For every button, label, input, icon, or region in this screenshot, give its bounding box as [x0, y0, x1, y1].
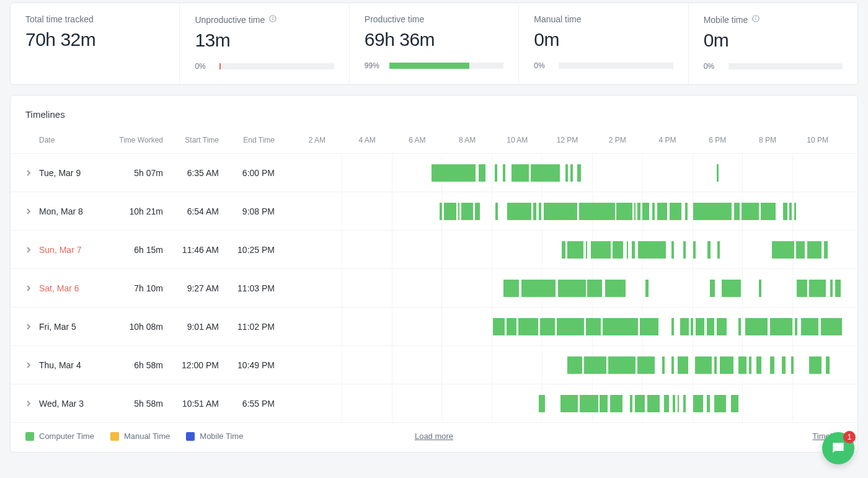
- chevron-right-icon[interactable]: [25, 168, 32, 178]
- chevron-right-icon[interactable]: [25, 322, 32, 332]
- load-more-link[interactable]: Load more: [415, 432, 453, 441]
- time-segment: [824, 241, 828, 259]
- svg-point-5: [756, 17, 756, 17]
- col-header-end: End Time: [219, 136, 275, 144]
- timelines-title: Timelines: [11, 95, 857, 128]
- time-segment: [770, 356, 774, 374]
- time-segment: [632, 241, 635, 259]
- time-segment: [710, 280, 715, 297]
- gantt-hours-header: 2 AM4 AM6 AM8 AM10 AM12 PM2 PM4 PM6 PM8 …: [292, 136, 843, 144]
- row-worked: 5h 07m: [107, 168, 163, 178]
- stat-label: Unproductive time: [195, 14, 334, 25]
- timelines-footer: Computer Time Manual Time Mobile Time Lo…: [11, 422, 857, 445]
- stat-value: 69h 36m: [365, 29, 503, 50]
- row-gantt: [292, 308, 843, 345]
- row-end: 11:02 PM: [219, 322, 275, 332]
- row-worked: 6h 15m: [107, 245, 163, 255]
- row-start: 9:01 AM: [163, 322, 219, 332]
- time-segment: [772, 241, 794, 259]
- chevron-right-icon[interactable]: [25, 360, 32, 370]
- time-segment: [717, 164, 719, 182]
- info-icon: [751, 14, 760, 25]
- timeline-row[interactable]: Fri, Mar 510h 08m9:01 AM11:02 PM: [11, 307, 857, 345]
- swatch-blue-icon: [186, 432, 195, 441]
- time-segment: [533, 203, 536, 220]
- time-segment: [503, 164, 505, 182]
- stat-cell-3: Manual time0m 0%: [519, 3, 688, 84]
- time-segment: [714, 395, 726, 412]
- timeline-row[interactable]: Sat, Mar 67h 10m9:27 AM11:03 PM: [11, 268, 857, 307]
- stat-cell-0: Total time tracked70h 32m: [11, 3, 180, 84]
- hour-label: 4 AM: [342, 136, 392, 144]
- time-segment: [591, 241, 611, 259]
- time-segment: [531, 164, 560, 182]
- time-segment: [821, 318, 842, 335]
- time-segment: [637, 203, 640, 220]
- time-segment: [707, 241, 711, 259]
- chevron-right-icon[interactable]: [25, 206, 32, 216]
- chevron-right-icon[interactable]: [25, 283, 32, 293]
- hour-label: 10 AM: [492, 136, 542, 144]
- chevron-right-icon[interactable]: [25, 399, 32, 409]
- time-segment: [835, 280, 841, 297]
- time-segment: [432, 164, 476, 182]
- time-segment: [475, 203, 480, 220]
- time-segment: [807, 241, 822, 259]
- timeline-row[interactable]: Tue, Mar 95h 07m6:35 AM6:00 PM: [11, 153, 857, 192]
- time-segment: [507, 203, 531, 220]
- time-segment: [683, 241, 686, 259]
- time-segment: [627, 241, 629, 259]
- time-segment: [586, 241, 588, 259]
- time-segment: [749, 356, 751, 374]
- row-gantt: [292, 154, 843, 192]
- time-segment: [645, 280, 648, 297]
- timeline-row[interactable]: Mon, Mar 810h 21m6:54 AM9:08 PM: [11, 192, 857, 230]
- stat-value: 70h 32m: [25, 29, 164, 50]
- time-segment: [783, 203, 787, 220]
- col-header-start: Start Time: [163, 136, 219, 144]
- stat-progress: 99%: [365, 61, 503, 70]
- chat-badge: 1: [843, 431, 856, 443]
- stat-value: 13m: [195, 30, 334, 51]
- legend-mobile: Mobile Time: [186, 432, 243, 441]
- time-segment: [630, 395, 632, 412]
- row-start: 10:51 AM: [163, 399, 219, 409]
- chat-button[interactable]: 1: [822, 432, 854, 463]
- time-segment: [584, 356, 606, 374]
- row-date: Thu, Mar 4: [39, 360, 107, 370]
- time-segment: [742, 203, 759, 220]
- time-segment: [580, 395, 598, 412]
- time-segment: [608, 356, 636, 374]
- hour-label: 8 AM: [442, 136, 492, 144]
- timeline-row[interactable]: Wed, Mar 35h 58m10:51 AM6:55 PM: [11, 384, 857, 422]
- timeline-row[interactable]: Thu, Mar 46h 58m12:00 PM10:49 PM: [11, 345, 857, 384]
- time-segment: [507, 318, 516, 335]
- time-segment: [731, 395, 738, 412]
- row-gantt: [292, 384, 843, 422]
- hour-label: 4 PM: [642, 136, 693, 144]
- time-segment: [707, 395, 710, 412]
- time-segment: [717, 241, 720, 259]
- time-segment: [770, 318, 792, 335]
- row-date: Tue, Mar 9: [39, 168, 107, 178]
- time-segment: [691, 318, 693, 335]
- row-worked: 5h 58m: [107, 399, 163, 409]
- time-segment: [695, 356, 712, 374]
- stat-bar-track: [559, 63, 673, 69]
- time-segment: [613, 241, 623, 259]
- time-segment: [734, 203, 740, 220]
- chevron-right-icon[interactable]: [25, 245, 32, 255]
- time-segment: [714, 356, 717, 374]
- stat-progress: 0%: [534, 61, 673, 70]
- stat-pct: 99%: [365, 61, 382, 70]
- row-start: 6:35 AM: [163, 168, 219, 178]
- timeline-row[interactable]: Sun, Mar 76h 15m11:46 AM10:25 PM: [11, 230, 857, 268]
- time-segment: [640, 318, 658, 335]
- row-gantt: [292, 192, 843, 230]
- time-segment: [495, 203, 498, 220]
- swatch-yellow-icon: [110, 432, 119, 441]
- time-segment: [662, 356, 665, 374]
- time-segment: [557, 318, 584, 335]
- row-worked: 10h 21m: [107, 206, 163, 216]
- time-segment: [745, 318, 768, 335]
